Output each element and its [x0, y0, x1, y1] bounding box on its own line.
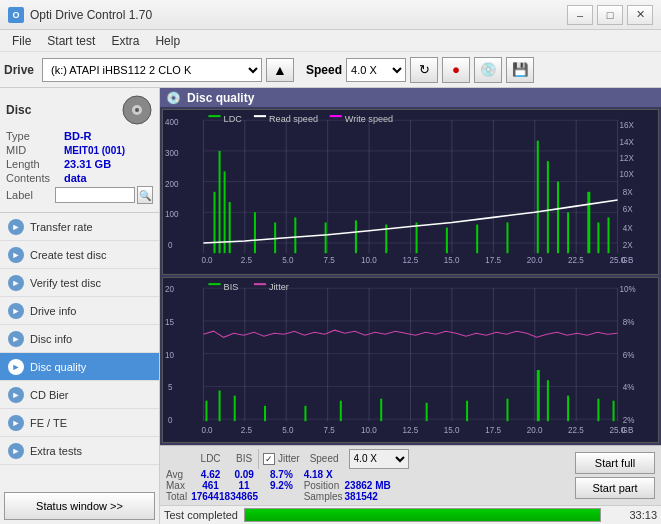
svg-text:0.0: 0.0	[201, 257, 213, 266]
refresh-button[interactable]: ↻	[410, 57, 438, 83]
svg-rect-31	[446, 228, 448, 254]
disc-label-button[interactable]: 🔍	[137, 186, 153, 204]
svg-text:12X: 12X	[620, 154, 635, 163]
disc-button[interactable]: 💿	[474, 57, 502, 83]
svg-text:4X: 4X	[623, 224, 633, 233]
disc-label-label: Label	[6, 189, 55, 201]
svg-rect-27	[325, 223, 327, 254]
nav-verify-test-disc[interactable]: ► Verify test disc	[0, 269, 159, 297]
transfer-rate-icon: ►	[8, 219, 24, 235]
disc-icon	[121, 94, 153, 126]
svg-text:20.0: 20.0	[527, 257, 543, 266]
speed-select[interactable]: 4.0 X	[346, 58, 406, 82]
disc-info-icon: ►	[8, 331, 24, 347]
svg-rect-38	[587, 192, 590, 253]
stats-bar: LDC BIS ✓ Jitter Speed 4.0 X Avg	[160, 445, 661, 505]
drive-select[interactable]: (k:) ATAPI iHBS112 2 CLO K	[42, 58, 262, 82]
nav-disc-info[interactable]: ► Disc info	[0, 325, 159, 353]
progress-time: 33:13	[607, 509, 657, 521]
red-button[interactable]: ●	[442, 57, 470, 83]
svg-rect-98	[506, 399, 508, 421]
speed-mode-select[interactable]: 4.0 X	[349, 449, 409, 469]
nav-create-test-disc[interactable]: ► Create test disc	[0, 241, 159, 269]
position-label: Position	[304, 480, 345, 491]
sidebar: Disc Type BD-R MID MEIT01 (001) Length 2…	[0, 88, 160, 524]
ldc-chart-svg: LDC Read speed Write speed 0 100 200 300…	[163, 110, 658, 274]
menu-extra[interactable]: Extra	[103, 32, 147, 50]
svg-text:10.0: 10.0	[361, 257, 377, 266]
status-window-button[interactable]: Status window >>	[4, 492, 155, 520]
disc-quality-header: 💿 Disc quality	[160, 88, 661, 107]
progress-bar-area: Test completed 33:13	[160, 505, 661, 524]
svg-text:12.5: 12.5	[402, 257, 418, 266]
menu-file[interactable]: File	[4, 32, 39, 50]
extra-tests-icon: ►	[8, 443, 24, 459]
save-button[interactable]: 💾	[506, 57, 534, 83]
menu-start-test[interactable]: Start test	[39, 32, 103, 50]
verify-test-disc-icon: ►	[8, 275, 24, 291]
ldc-header: LDC	[191, 449, 230, 469]
disc-contents-row: Contents data	[6, 172, 153, 184]
svg-rect-33	[506, 223, 508, 254]
disc-label-input[interactable]	[55, 187, 135, 203]
svg-rect-24	[254, 213, 256, 254]
create-test-disc-icon: ►	[8, 247, 24, 263]
disc-type-row: Type BD-R	[6, 130, 153, 142]
svg-text:0: 0	[168, 241, 173, 250]
start-full-button[interactable]: Start full	[575, 452, 655, 474]
svg-text:14X: 14X	[620, 138, 635, 147]
svg-text:10%: 10%	[620, 285, 636, 294]
eject-button[interactable]: ▲	[266, 58, 294, 82]
svg-text:7.5: 7.5	[324, 426, 336, 435]
svg-text:22.5: 22.5	[568, 426, 584, 435]
svg-text:5.0: 5.0	[282, 257, 294, 266]
nav-extra-tests[interactable]: ► Extra tests	[0, 437, 159, 465]
svg-rect-91	[234, 396, 236, 422]
svg-text:Read speed: Read speed	[269, 115, 318, 125]
jitter-checkbox[interactable]: ✓	[263, 453, 275, 465]
svg-rect-30	[416, 223, 418, 254]
app-icon: O	[8, 7, 24, 23]
nav-transfer-rate[interactable]: ► Transfer rate	[0, 213, 159, 241]
total-ldc: 1764418	[191, 491, 230, 502]
svg-text:BIS: BIS	[224, 282, 239, 292]
jitter-header: Jitter	[278, 453, 300, 464]
menubar: File Start test Extra Help	[0, 30, 661, 52]
nav-extra-tests-label: Extra tests	[30, 445, 82, 457]
bis-header: BIS	[230, 449, 258, 469]
nav-drive-info-label: Drive info	[30, 305, 76, 317]
disc-title: Disc	[6, 103, 31, 117]
nav-cd-bier[interactable]: ► CD Bier	[0, 381, 159, 409]
maximize-button[interactable]: □	[597, 5, 623, 25]
toolbar: Drive (k:) ATAPI iHBS112 2 CLO K ▲ Speed…	[0, 52, 661, 88]
svg-rect-22	[224, 172, 226, 254]
svg-rect-26	[294, 218, 296, 254]
nav-drive-info[interactable]: ► Drive info	[0, 297, 159, 325]
progress-bar-outer	[244, 508, 601, 522]
cd-bier-icon: ►	[8, 387, 24, 403]
svg-rect-99	[537, 370, 540, 421]
svg-rect-23	[229, 202, 231, 253]
avg-bis: 0.09	[230, 469, 258, 480]
speed-label: Speed	[306, 63, 342, 77]
nav-transfer-rate-label: Transfer rate	[30, 221, 93, 233]
start-part-button[interactable]: Start part	[575, 477, 655, 499]
svg-text:7.5: 7.5	[324, 257, 336, 266]
svg-rect-34	[537, 141, 539, 253]
menu-help[interactable]: Help	[147, 32, 188, 50]
svg-text:15.0: 15.0	[444, 426, 460, 435]
minimize-button[interactable]: –	[567, 5, 593, 25]
svg-text:2.5: 2.5	[241, 257, 253, 266]
nav-disc-quality[interactable]: ► Disc quality	[0, 353, 159, 381]
nav-fe-te[interactable]: ► FE / TE	[0, 409, 159, 437]
total-bis: 34865	[230, 491, 258, 502]
svg-text:0.0: 0.0	[201, 426, 213, 435]
close-button[interactable]: ✕	[627, 5, 653, 25]
svg-text:10.0: 10.0	[361, 426, 377, 435]
svg-rect-103	[613, 401, 615, 421]
svg-rect-96	[426, 403, 428, 421]
disc-quality-header-icon: 💿	[166, 91, 181, 105]
disc-length-label: Length	[6, 158, 64, 170]
nav-create-test-disc-label: Create test disc	[30, 249, 106, 261]
disc-quality-title: Disc quality	[187, 91, 254, 105]
